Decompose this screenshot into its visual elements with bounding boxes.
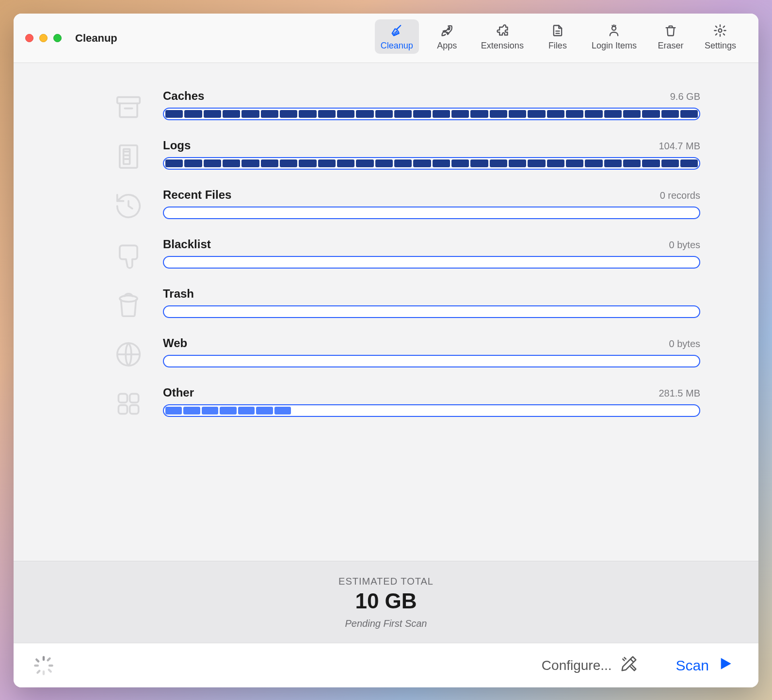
scan-label: Scan: [676, 657, 709, 674]
svg-rect-3: [117, 97, 140, 103]
category-name: Caches: [163, 89, 204, 103]
log-icon: [111, 139, 146, 175]
category-row-recent-files[interactable]: Recent Files 0 records: [111, 181, 700, 231]
category-row-caches[interactable]: Caches 9.6 GB: [111, 82, 700, 132]
close-window-button[interactable]: [25, 34, 33, 42]
category-name: Other: [163, 386, 194, 399]
window-title: Cleanup: [75, 32, 117, 45]
archive-box-icon: [111, 89, 146, 125]
category-size: 104.7 MB: [659, 141, 700, 152]
category-progress: [163, 108, 700, 120]
tools-icon: [620, 654, 638, 676]
cleanup-categories: Caches 9.6 GB Logs 104.7 MB Recent Files…: [14, 63, 758, 561]
category-progress: [163, 404, 700, 417]
zoom-window-button[interactable]: [53, 34, 62, 42]
tab-label: Extensions: [481, 41, 524, 51]
tab-label: Cleanup: [381, 41, 413, 51]
footer-bar: Configure... Scan: [14, 643, 758, 687]
configure-button[interactable]: Configure...: [535, 652, 645, 679]
svg-rect-8: [118, 394, 127, 402]
tab-extensions[interactable]: Extensions: [475, 19, 530, 54]
svg-rect-12: [43, 656, 45, 661]
category-size: 0 bytes: [669, 239, 700, 251]
category-row-blacklist[interactable]: Blacklist 0 bytes: [111, 231, 700, 280]
category-name: Recent Files: [163, 188, 231, 202]
person-icon: [607, 23, 621, 38]
puzzle-icon: [495, 23, 510, 38]
tab-label: Settings: [705, 41, 736, 51]
tab-cleanup[interactable]: Cleanup: [375, 19, 419, 54]
thumbs-down-icon: [111, 238, 146, 273]
svg-rect-10: [118, 405, 127, 414]
svg-rect-16: [35, 658, 40, 663]
category-row-trash[interactable]: Trash: [111, 280, 700, 330]
tab-label: Files: [548, 41, 567, 51]
broom-icon: [389, 23, 404, 38]
svg-rect-18: [47, 657, 51, 662]
svg-point-2: [719, 29, 722, 32]
tab-label: Eraser: [658, 41, 683, 51]
play-icon: [719, 657, 732, 674]
category-progress: [163, 355, 700, 367]
svg-rect-9: [130, 394, 139, 402]
tab-settings[interactable]: Settings: [699, 19, 742, 54]
category-progress: [163, 305, 700, 318]
tab-apps[interactable]: Apps: [428, 19, 466, 54]
category-name: Trash: [163, 287, 194, 301]
tab-files[interactable]: Files: [538, 19, 577, 54]
gear-icon: [713, 23, 727, 38]
svg-rect-14: [34, 664, 39, 666]
minimize-window-button[interactable]: [39, 34, 48, 42]
summary-total: 10 GB: [14, 589, 758, 613]
category-name: Logs: [163, 139, 191, 152]
svg-rect-17: [48, 668, 52, 673]
category-name: Blacklist: [163, 238, 211, 251]
loading-spinner-icon: [33, 655, 54, 676]
grid-icon: [111, 386, 146, 422]
app-window: Cleanup Cleanup Apps Extensions Files Lo…: [14, 14, 758, 687]
globe-icon: [111, 336, 146, 372]
clock-back-icon: [111, 188, 146, 224]
svg-rect-19: [36, 669, 41, 674]
trash-icon: [663, 23, 678, 38]
file-icon: [550, 23, 565, 38]
summary-status: Pending First Scan: [14, 618, 758, 629]
category-progress: [163, 207, 700, 219]
summary-label: ESTIMATED TOTAL: [14, 576, 758, 587]
tab-label: Login Items: [592, 41, 637, 51]
titlebar: Cleanup Cleanup Apps Extensions Files Lo…: [14, 14, 758, 63]
bin-icon: [111, 287, 146, 323]
category-size: 0 records: [660, 190, 700, 201]
toolbar-tabs: Cleanup Apps Extensions Files Login Item…: [375, 14, 742, 63]
category-name: Web: [163, 336, 187, 350]
tab-label: Apps: [437, 41, 457, 51]
svg-rect-13: [43, 670, 45, 675]
svg-rect-11: [130, 405, 139, 414]
category-size: 9.6 GB: [670, 91, 700, 102]
category-progress: [163, 157, 700, 170]
category-row-web[interactable]: Web 0 bytes: [111, 330, 700, 379]
rocket-icon: [440, 23, 454, 38]
category-row-other[interactable]: Other 281.5 MB: [111, 379, 700, 429]
tab-eraser[interactable]: Eraser: [651, 19, 690, 54]
tab-login-items[interactable]: Login Items: [586, 19, 643, 54]
category-size: 281.5 MB: [659, 388, 700, 399]
scan-button[interactable]: Scan: [669, 654, 739, 677]
category-size: 0 bytes: [669, 338, 700, 350]
svg-point-6: [120, 296, 137, 302]
svg-rect-15: [48, 664, 53, 666]
category-progress: [163, 256, 700, 269]
category-row-logs[interactable]: Logs 104.7 MB: [111, 132, 700, 181]
configure-label: Configure...: [542, 658, 612, 673]
traffic-lights: [25, 34, 62, 42]
summary-panel: ESTIMATED TOTAL 10 GB Pending First Scan: [14, 561, 758, 643]
